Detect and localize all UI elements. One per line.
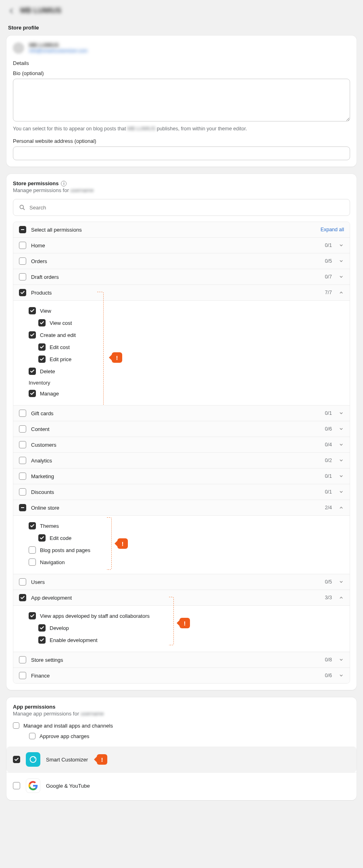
store-permissions-card: Store permissions i Manage permissions f… [6, 174, 357, 690]
checkbox-themes[interactable] [29, 522, 36, 529]
svg-point-4 [30, 757, 36, 763]
chevron-down-icon[interactable] [338, 579, 344, 585]
checkbox-edit-code[interactable] [38, 534, 46, 542]
label-manage-install-apps: Manage and install apps and channels [23, 723, 113, 729]
chevron-up-icon[interactable] [338, 505, 344, 510]
row-gift-cards[interactable]: Gift cards 0/1 [13, 405, 350, 421]
chevron-down-icon[interactable] [338, 410, 344, 416]
checkbox-manage-install-apps[interactable] [13, 722, 19, 729]
store-permissions-title: Store permissions [13, 180, 58, 186]
checkbox-create-edit[interactable] [29, 331, 36, 339]
bio-help: You can select for this to appear on blo… [13, 126, 350, 132]
chevron-down-icon[interactable] [338, 243, 344, 248]
checkbox-view-apps[interactable] [29, 612, 36, 619]
row-finance[interactable]: Finance 0/6 [13, 667, 350, 683]
checkbox-orders[interactable] [19, 257, 26, 265]
checkbox-edit-price[interactable] [38, 356, 46, 363]
checkbox-google-youtube[interactable] [13, 782, 20, 789]
search-icon [19, 204, 25, 211]
svg-rect-2 [21, 229, 24, 230]
chevron-down-icon[interactable] [338, 657, 344, 663]
permissions-list: Select all permissions Expand all Home 0… [13, 222, 350, 684]
checkbox-marketing[interactable] [19, 473, 26, 480]
chevron-down-icon[interactable] [338, 442, 344, 448]
checkbox-smart-customizer[interactable] [13, 756, 20, 763]
checkbox-home[interactable] [19, 242, 26, 249]
app-row-smart-customizer[interactable]: Smart Customizer ! [6, 747, 357, 772]
store-profile-card: MB LUMIUS info@smartcustomizer.com Detai… [6, 36, 357, 167]
row-discounts[interactable]: Discounts 0/1 [13, 484, 350, 500]
info-icon[interactable]: i [61, 181, 67, 186]
row-app-development[interactable]: App development 3/3 [13, 590, 350, 605]
app-name-smart-customizer: Smart Customizer [46, 757, 88, 763]
row-online-store[interactable]: Online store 2/4 [13, 500, 350, 515]
back-arrow-icon[interactable] [8, 7, 15, 15]
search-input[interactable] [29, 205, 344, 211]
app-permissions-card: App permissions Manage app permissions f… [6, 697, 357, 800]
checkbox-blog-posts[interactable] [29, 546, 36, 554]
checkbox-draft-orders[interactable] [19, 273, 26, 280]
bio-textarea[interactable] [13, 79, 350, 121]
profile-name: MB LUMIUS [29, 42, 88, 48]
checkbox-edit-cost[interactable] [38, 343, 46, 351]
checkbox-app-development[interactable] [19, 594, 26, 601]
checkbox-users[interactable] [19, 578, 26, 586]
chevron-down-icon[interactable] [338, 673, 344, 678]
checkbox-select-all[interactable] [19, 226, 26, 233]
row-orders[interactable]: Orders 0/5 [13, 253, 350, 269]
page-title: MB LUMIUS [20, 6, 61, 15]
checkbox-store-settings[interactable] [19, 656, 26, 663]
checkbox-approve-charges[interactable] [29, 733, 35, 739]
checkbox-discounts[interactable] [19, 488, 26, 496]
row-marketing[interactable]: Marketing 0/1 [13, 468, 350, 484]
website-input[interactable] [13, 146, 350, 160]
checkbox-navigation[interactable] [29, 558, 36, 566]
chevron-down-icon[interactable] [338, 458, 344, 463]
row-home[interactable]: Home 0/1 [13, 237, 350, 253]
checkbox-view-cost[interactable] [38, 319, 46, 326]
checkbox-develop[interactable] [38, 624, 46, 632]
chevron-down-icon[interactable] [338, 258, 344, 264]
bio-label: Bio (optional) [13, 70, 350, 76]
chevron-up-icon[interactable] [338, 290, 344, 295]
profile-email[interactable]: info@smartcustomizer.com [29, 48, 88, 54]
row-content[interactable]: Content 0/6 [13, 421, 350, 437]
app-row-google-youtube[interactable]: Google & YouTube [6, 772, 357, 799]
permissions-search[interactable] [13, 199, 350, 216]
store-permissions-subtitle: Manage permissions for username [13, 187, 350, 193]
checkbox-view[interactable] [29, 307, 36, 314]
checkbox-delete[interactable] [29, 368, 36, 375]
checkbox-customers[interactable] [19, 441, 26, 448]
details-heading: Details [13, 60, 350, 66]
svg-line-1 [23, 208, 24, 209]
smart-customizer-icon [26, 752, 40, 767]
chevron-down-icon[interactable] [338, 426, 344, 432]
chevron-down-icon[interactable] [338, 473, 344, 479]
checkbox-analytics[interactable] [19, 457, 26, 464]
checkbox-products[interactable] [19, 289, 26, 296]
checkbox-enable-development[interactable] [38, 636, 46, 644]
callout-app-dev: ! [179, 618, 190, 628]
expand-all-link[interactable]: Expand all [321, 227, 344, 232]
checkbox-content[interactable] [19, 425, 26, 433]
row-select-all: Select all permissions Expand all [13, 222, 350, 237]
row-users[interactable]: Users 0/5 [13, 574, 350, 590]
app-permissions-title: App permissions [13, 704, 55, 710]
checkbox-manage[interactable] [29, 390, 36, 397]
app-permissions-subtitle: Manage app permissions for username [13, 711, 350, 717]
checkbox-online-store[interactable] [19, 504, 26, 511]
google-icon [26, 778, 40, 793]
row-analytics[interactable]: Analytics 0/2 [13, 452, 350, 468]
section-heading-store-profile: Store profile [6, 21, 357, 36]
checkbox-finance[interactable] [19, 672, 26, 679]
chevron-up-icon[interactable] [338, 595, 344, 600]
app-development-subpanel: ! View apps developed by staff and colla… [13, 605, 350, 652]
callout-products: ! [112, 352, 122, 363]
row-draft-orders[interactable]: Draft orders 0/7 [13, 269, 350, 284]
row-customers[interactable]: Customers 0/4 [13, 437, 350, 452]
row-products[interactable]: Products 7/7 [13, 284, 350, 300]
row-store-settings[interactable]: Store settings 0/8 [13, 652, 350, 667]
chevron-down-icon[interactable] [338, 489, 344, 495]
chevron-down-icon[interactable] [338, 274, 344, 280]
checkbox-gift-cards[interactable] [19, 410, 26, 417]
